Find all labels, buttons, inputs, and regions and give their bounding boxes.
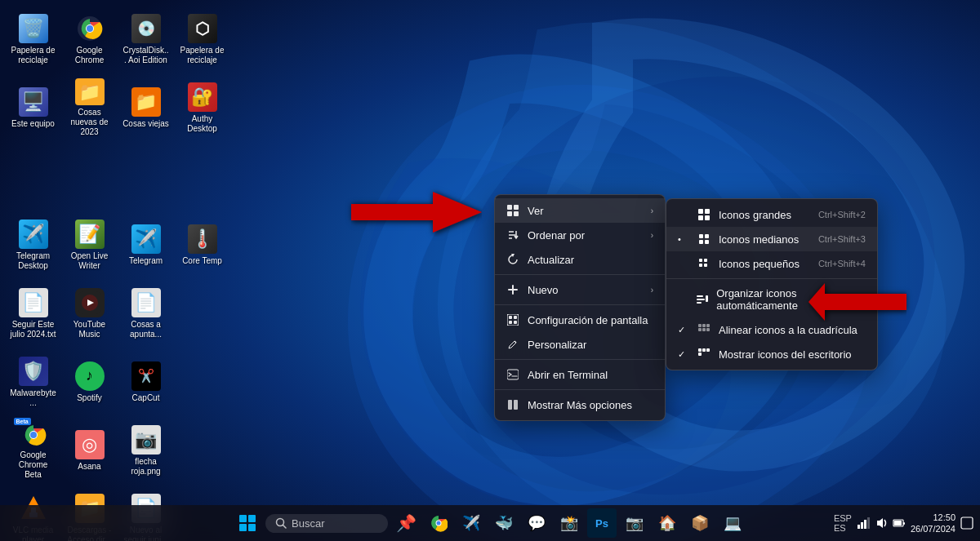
icon-computer[interactable]: 🖥️ Este equipo [7,75,60,140]
asana-label: Asana [78,462,100,472]
cosasapunta-icon: 📄 [131,288,161,317]
iconos-grandes-shortcut: Ctrl+Shift+2 [818,210,866,220]
context-menu-nuevo[interactable]: Nuevo › [495,277,665,302]
icon-capcut[interactable]: ✂️ CapCut [119,349,172,415]
taskbar-instagram-icon[interactable]: 📸 [555,508,584,538]
openlive-label: Open Live Writer [66,251,113,271]
taskbar-search[interactable]: Buscar [265,514,388,533]
svg-rect-61 [248,524,256,531]
date-display: 26/07/2024 [911,523,956,534]
svg-rect-52 [514,321,517,324]
svg-rect-25 [699,234,703,238]
svg-rect-51 [514,316,517,319]
malware-label: Malwarebyte... [10,388,56,408]
svg-rect-30 [704,259,707,262]
icon-cosasnuevas[interactable]: 📁 Cosas nuevas de 2023 [63,75,116,140]
icon-unityhub[interactable]: ⬡ Papelera de reciclaje [176,7,229,72]
search-label: Buscar [292,517,324,530]
icon-seguir[interactable]: 📄 Seguir Este julio 2024.txt [7,281,60,346]
svg-rect-41 [702,328,706,331]
telegram-label: Telegram Desktop [10,251,56,271]
icon-chrome[interactable]: Google Chrome [63,7,116,72]
icon-telegram[interactable]: ✈️ Telegram Desktop [7,212,60,277]
mostrar-icon [697,348,710,361]
svg-rect-59 [248,515,256,522]
svg-rect-29 [699,259,702,262]
svg-rect-22 [705,209,710,214]
taskbar-time[interactable]: 12:50 26/07/2024 [911,512,956,535]
submenu-mostrar[interactable]: ✓ Mostrar iconos del escritorio [666,342,877,366]
malware-icon: 🛡️ [19,357,48,386]
icon-crystaldisk[interactable]: 💿 CrystalDisk... Aoi Edition [119,7,172,72]
taskbar-ps-icon[interactable]: Ps [587,508,617,538]
sound-icon [875,517,888,530]
taskbar-insta2-icon[interactable]: 📷 [620,508,649,538]
icon-chromebeta[interactable]: Beta Google Chrome Beta [7,418,60,483]
icon-asana[interactable]: ◎ Asana [63,418,116,483]
ver-arrow: › [651,206,653,215]
chromebeta-label: Google Chrome Beta [10,450,56,480]
iconos-pequenos-shortcut: Ctrl+Shift+4 [818,259,866,268]
icon-cosasapunta[interactable]: 📄 Cosas a apunta... [119,281,172,346]
svg-rect-75 [961,517,973,529]
taskbar-docker-icon[interactable]: 🐳 [489,508,519,538]
taskbar-pkg-icon[interactable]: 📦 [685,508,715,538]
svg-rect-67 [858,525,860,529]
terminal-label: Abrir en Terminal [528,369,608,381]
taskbar-game-icon[interactable]: 🏠 [653,508,682,538]
taskbar-right: ESPES 12:50 26/07/2024 [834,512,973,535]
ordenar-arrow: › [651,231,653,240]
iconos-grandes-icon [697,208,710,221]
nuevo-arrow: › [651,286,653,295]
icon-coretemp[interactable]: 🌡️ Core Temp [176,212,229,277]
iconos-medianos-shortcut: Ctrl+Shift+3 [818,234,866,244]
taskbar-pin-icon[interactable]: 📌 [391,508,421,538]
network-icon [857,517,870,530]
icon-cosasViejas[interactable]: 📁 Cosas viejas [119,75,172,140]
icon-telegram2[interactable]: ✈️ Telegram [119,212,172,277]
taskbar-chrome-icon[interactable] [424,508,453,538]
youtubemusic-label: YouTube Music [66,320,113,339]
context-menu-ordenar[interactable]: Ordenar por › [495,223,665,247]
context-menu-terminal[interactable]: Abrir en Terminal [495,362,665,387]
icon-youtubemusic[interactable]: YouTube Music [63,281,116,346]
check-alinear: ✓ [678,325,689,335]
icon-openlive[interactable]: 📝 Open Live Writer [63,212,116,277]
submenu-iconos-pequenos[interactable]: Iconos pequeños Ctrl+Shift+4 [666,251,877,276]
svg-rect-74 [903,522,905,525]
telegram2-icon: ✈️ [131,224,161,254]
cosasnuevas-icon: 📁 [75,78,105,105]
context-menu-configuracion[interactable]: Configuración de pantalla [495,308,665,332]
unityhub-icon: ⬡ [188,14,217,43]
telegram-icon: ✈️ [19,220,48,249]
youtubemusic-icon [75,288,105,317]
start-button[interactable] [233,508,262,538]
context-menu-ver[interactable]: Ver › Iconos grandes Ctrl+Shift+2 • Icon… [495,198,665,223]
flecha-label: flecha roja.png [122,457,169,477]
taskbar-monitor-icon[interactable]: 💻 [718,508,747,538]
context-menu-personalizar[interactable]: Personalizar [495,332,665,357]
icon-flecha[interactable]: 📷 flecha roja.png [119,418,172,483]
svg-rect-36 [706,295,708,302]
nuevo-icon [506,283,519,296]
cosasViejas-icon: 📁 [131,87,161,117]
svg-rect-44 [702,348,706,352]
context-menu-actualizar[interactable]: Actualizar [495,247,665,272]
icon-spotify[interactable]: ♪ Spotify [63,349,116,415]
icon-papelera[interactable]: 🗑️ Papelera de reciclaje [7,7,60,72]
taskbar-whatsapp-icon[interactable]: 💬 [522,508,551,538]
submenu-iconos-grandes[interactable]: Iconos grandes Ctrl+Shift+2 [666,202,877,227]
icon-unity[interactable] [176,144,229,209]
check-medianos: • [678,234,689,244]
submenu-iconos-medianos[interactable]: • Iconos medianos Ctrl+Shift+3 [666,227,877,251]
taskbar-telegram-icon[interactable]: ✈️ [457,508,486,538]
icon-authy[interactable]: 🔐 Authy Desktop [176,75,229,140]
spotify-label: Spotify [77,393,102,403]
icon-malware[interactable]: 🛡️ Malwarebyte... [7,349,60,415]
context-menu-masopciones[interactable]: Mostrar Más opciones [495,392,665,417]
taskbar-center: Buscar 📌 ✈️ 🐳 💬 📸 Ps 📷 🏠 📦 💻 [233,508,747,538]
seguir-icon: 📄 [19,288,48,317]
svg-rect-42 [706,328,710,331]
notification-icon[interactable] [960,517,973,530]
svg-rect-73 [894,521,902,525]
